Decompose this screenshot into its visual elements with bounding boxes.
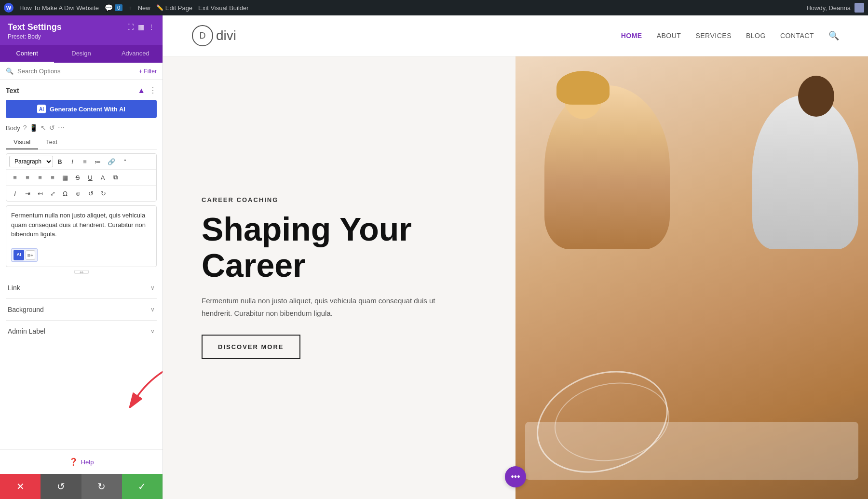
background-chevron-icon: ∨ — [150, 306, 155, 313]
ai-inline-icon[interactable]: AI — [14, 250, 24, 260]
mobile-icon[interactable]: 📱 — [29, 124, 38, 132]
ordered-list-button[interactable]: ≔ — [92, 156, 104, 167]
editor-text: Fermentum nulla non justo aliquet, quis … — [11, 212, 146, 238]
panel-preset: Preset: Body — [8, 33, 62, 40]
search-icon[interactable]: 🔍 — [828, 30, 839, 41]
hero-label: CAREER COACHING — [202, 196, 443, 203]
wp-icon[interactable]: W — [4, 3, 14, 13]
bold-button[interactable]: B — [54, 156, 66, 167]
admin-label-section: Admin Label ∨ — [6, 320, 157, 342]
link-section: Link ∨ — [6, 277, 157, 298]
link-section-header[interactable]: Link ∨ — [6, 284, 157, 292]
omega-button[interactable]: Ω — [59, 188, 71, 199]
toolbar-row-2: ≡ ≡ ≡ ≡ ▦ S U A ⧉ — [6, 170, 156, 186]
background-section-header[interactable]: Background ∨ — [6, 306, 157, 313]
table-button[interactable]: ▦ — [59, 172, 71, 183]
tab-design[interactable]: Design — [54, 45, 108, 63]
nav-services[interactable]: SERVICES — [695, 32, 732, 40]
cancel-button[interactable]: ✕ — [0, 474, 41, 499]
copy-paste-button[interactable]: ⧉ — [109, 172, 121, 183]
comments-link[interactable]: 💬 0 — [105, 4, 122, 12]
filter-button[interactable]: + Filter — [139, 68, 157, 75]
section-collapse-icon[interactable]: ▲ — [137, 86, 145, 95]
link-button[interactable]: 🔗 — [105, 156, 118, 167]
admin-bar-right: Howdy, Deanna — [806, 3, 864, 13]
more-icon[interactable]: ⋮ — [148, 23, 155, 31]
emoji-button[interactable]: ☺ — [72, 188, 84, 199]
editor-content[interactable]: Fermentum nulla non justo aliquet, quis … — [6, 205, 157, 267]
panel-search: 🔍 + Filter — [0, 63, 163, 80]
font-color-button[interactable]: A — [97, 172, 108, 183]
exit-visual-builder-link[interactable]: Exit Visual Builder — [198, 4, 249, 12]
italic-button[interactable]: I — [67, 156, 78, 167]
more-dots-icon[interactable]: ⋯ — [58, 124, 65, 132]
unordered-list-button[interactable]: ≡ — [79, 156, 91, 167]
search-input[interactable] — [17, 67, 135, 75]
main-layout: Text Settings Preset: Body ⛶ ▦ ⋮ Content… — [0, 15, 868, 499]
blockquote-button[interactable]: " — [119, 156, 131, 167]
save-button[interactable]: ✓ — [122, 474, 163, 499]
tab-content[interactable]: Content — [0, 45, 54, 63]
expand-button[interactable]: ⤢ — [47, 188, 58, 199]
hero-image-area — [515, 56, 868, 499]
resize-handle[interactable]: ⇔ — [6, 270, 157, 274]
page-canvas: D divi HOME ABOUT SERVICES BLOG CONTAC — [163, 15, 868, 499]
tab-text[interactable]: Text — [38, 135, 65, 149]
hero-section: CAREER COACHING Shaping Your Career Ferm… — [163, 56, 868, 499]
align-right-button[interactable]: ≡ — [34, 172, 46, 183]
admin-label-chevron-icon: ∨ — [150, 328, 155, 335]
panel-tabs: Content Design Advanced — [0, 45, 163, 63]
admin-label-section-header[interactable]: Admin Label ∨ — [6, 327, 157, 335]
section-title-text: Text — [6, 87, 19, 94]
undo-button[interactable]: ↺ — [41, 474, 81, 499]
floating-dots-button[interactable]: ••• — [505, 466, 526, 487]
ai-generate-button[interactable]: AI Generate Content With AI — [6, 100, 157, 118]
nav-home[interactable]: HOME — [621, 32, 642, 40]
panel-footer: ✕ ↺ ↻ ✓ — [0, 474, 163, 499]
help-tooltip-icon[interactable]: ? — [23, 124, 27, 132]
panel-body: Text ▲ ⋮ AI Generate Content With AI Bod… — [0, 80, 163, 449]
hero-title: Shaping Your Career — [202, 211, 443, 283]
text-section-header: Text ▲ ⋮ — [6, 86, 157, 95]
inline-plus-lines-icon[interactable]: ≡+ — [26, 250, 35, 260]
new-link[interactable]: New — [138, 4, 150, 12]
body-toolbar: Body ? 📱 ↖ ↺ ⋯ — [6, 124, 157, 132]
nav-blog[interactable]: BLOG — [746, 32, 766, 40]
edit-page-link[interactable]: ✏️ Edit Page — [156, 4, 192, 12]
background-section: Background ∨ — [6, 298, 157, 320]
redo-button[interactable]: ↻ — [81, 474, 122, 499]
undo2-button[interactable]: ↺ — [85, 188, 96, 199]
admin-avatar — [854, 3, 864, 13]
logo-circle: D — [192, 25, 213, 46]
redo2-button[interactable]: ↻ — [97, 188, 109, 199]
align-left-button[interactable]: ≡ — [9, 172, 21, 183]
settings-panel: Text Settings Preset: Body ⛶ ▦ ⋮ Content… — [0, 15, 163, 499]
nav-about[interactable]: ABOUT — [657, 32, 681, 40]
undo-icon[interactable]: ↺ — [49, 124, 55, 132]
tab-visual[interactable]: Visual — [6, 135, 38, 149]
body-label: Body — [6, 124, 20, 132]
tab-advanced[interactable]: Advanced — [108, 45, 163, 63]
help-text[interactable]: Help — [81, 459, 94, 466]
strikethrough-button[interactable]: S — [72, 172, 83, 183]
inline-icons-area: AI ≡+ — [11, 248, 38, 262]
hero-cta-button[interactable]: DISCOVER MORE — [202, 335, 300, 359]
section-options-icon[interactable]: ⋮ — [149, 86, 157, 95]
link-chevron-icon: ∨ — [150, 284, 155, 291]
underline-button[interactable]: U — [84, 172, 96, 183]
site-header: D divi HOME ABOUT SERVICES BLOG CONTAC — [163, 15, 868, 56]
paragraph-select[interactable]: Paragraph — [9, 156, 53, 167]
outdent-button[interactable]: ↤ — [34, 188, 46, 199]
cursor-icon[interactable]: ↖ — [41, 124, 46, 132]
fullscreen-icon[interactable]: ⛶ — [127, 23, 134, 31]
nav-contact[interactable]: CONTACT — [780, 32, 814, 40]
columns-icon[interactable]: ▦ — [138, 23, 144, 31]
editor-content-wrapper: Fermentum nulla non justo aliquet, quis … — [6, 205, 157, 267]
align-justify-button[interactable]: ≡ — [47, 172, 58, 183]
indent-button[interactable]: ⇥ — [22, 188, 33, 199]
align-center-button[interactable]: ≡ — [22, 172, 33, 183]
toolbar-row-1: Paragraph B I ≡ ≔ 🔗 " — [6, 154, 156, 170]
hero-description: Fermentum nulla non justo aliquet, quis … — [202, 295, 443, 319]
italic2-button[interactable]: I — [9, 188, 21, 199]
site-name-link[interactable]: How To Make A Divi Website — [19, 4, 99, 12]
